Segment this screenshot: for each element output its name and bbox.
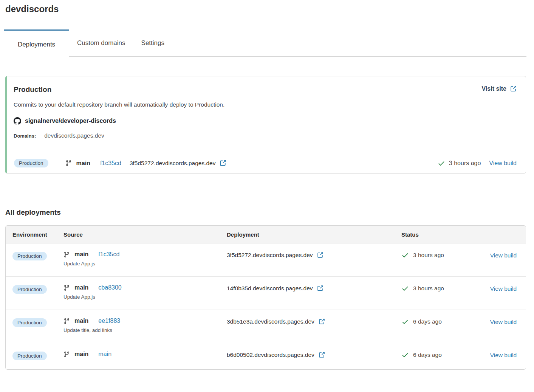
repository-link[interactable]: signalnerve/developer-discords [14,117,116,125]
deployment-url-link[interactable]: 3f5d5272.devdiscords.pages.dev [130,160,227,167]
tab-settings[interactable]: Settings [133,39,172,47]
environment-badge: Production [14,159,48,167]
table-row: Production main cba8300 Update App.js 14… [6,276,526,310]
page-title: devdiscords [5,4,534,14]
deployment-url: 3f5d5272.devdiscords.pages.dev [227,252,313,259]
deployment-url-link[interactable]: b6d00502.devdiscords.pages.dev [227,352,401,358]
all-deployments-title: All deployments [5,208,534,217]
deployment-url: b6d00502.devdiscords.pages.dev [227,352,314,358]
environment-badge: Production [12,352,47,360]
branch-name: main [74,251,88,258]
external-link-icon [318,352,325,358]
success-check-icon [401,351,409,359]
repository-name: signalnerve/developer-discords [25,118,116,124]
external-link-icon [510,85,517,92]
external-link-icon [318,318,325,325]
commit-message: Update title, add links [63,327,227,333]
branch-name: main [74,318,88,324]
commit-link[interactable]: main [98,351,111,358]
external-link-icon [219,160,226,167]
success-check-icon [438,160,445,167]
domains-label: Domains: [14,133,36,139]
domains-row: Domains: devdiscords.pages.dev [14,132,517,139]
tab-settings-label: Settings [141,39,164,46]
environment-badge: Production [12,318,47,327]
production-card-body: Production Visit site Commits to your de… [7,76,526,153]
table-row: Production main main b6d00502.devdiscord… [6,343,526,369]
git-branch-icon [63,318,70,324]
commit-link[interactable]: cba8300 [98,284,121,291]
git-branch-icon [63,285,70,291]
environment-badge: Production [12,285,47,294]
column-header-status: Status [401,231,484,238]
visit-site-label: Visit site [481,85,506,92]
production-deployment-row: Production main f1c35cd 3f5d5272.devdisc… [7,153,526,173]
commit-link[interactable]: ee1f883 [98,318,120,324]
view-build-link[interactable]: View build [490,319,517,325]
github-icon [14,117,21,125]
branch-name: main [74,351,88,358]
column-header-environment: Environment [12,231,63,238]
external-link-icon [317,252,323,259]
deployment-url: 14f0b35d.devdiscords.pages.dev [227,285,313,292]
deployments-table: Environment Source Deployment Status Pro… [5,225,526,370]
view-build-link[interactable]: View build [490,352,517,358]
table-row: Production main ee1f883 Update title, ad… [6,310,526,343]
git-branch-icon [63,251,70,258]
production-title: Production [14,85,51,94]
tab-bar-rest: Custom domains Settings [69,29,526,57]
deployment-time: 3 hours ago [449,160,481,167]
success-check-icon [401,251,409,259]
deployment-url: 3f5d5272.devdiscords.pages.dev [130,160,216,167]
deployment-time: 3 hours ago [413,252,444,259]
branch-name: main [76,160,90,167]
table-header-row: Environment Source Deployment Status [6,226,526,243]
branch-name: main [74,284,88,291]
table-row: Production main f1c35cd Update App.js 3f… [6,243,526,276]
commit-message: Update App.js [63,261,227,266]
deployment-url-link[interactable]: 3db51e3a.devdiscords.pages.dev [227,318,401,325]
commit-link[interactable]: f1c35cd [100,160,121,167]
commit-link[interactable]: f1c35cd [98,251,119,258]
deployment-time: 6 days ago [413,318,442,325]
page: devdiscords Deployments Custom domains S… [0,4,534,370]
view-build-link[interactable]: View build [490,285,517,292]
view-build-link[interactable]: View build [490,252,517,259]
deployment-url-link[interactable]: 3f5d5272.devdiscords.pages.dev [227,252,401,259]
deployment-url: 3db51e3a.devdiscords.pages.dev [227,318,314,325]
production-description: Commits to your default repository branc… [14,101,517,108]
tab-bar: Deployments Custom domains Settings [0,29,534,58]
visit-site-link[interactable]: Visit site [481,85,517,92]
column-header-source: Source [63,231,227,238]
success-check-icon [401,318,409,325]
tab-deployments-label: Deployments [18,41,55,48]
tab-custom-domains-label: Custom domains [77,39,125,46]
external-link-icon [317,285,323,292]
tab-deployments[interactable]: Deployments [4,29,69,58]
tab-custom-domains[interactable]: Custom domains [69,39,133,47]
git-branch-icon [65,160,72,166]
environment-badge: Production [12,252,47,260]
domains-value: devdiscords.pages.dev [44,132,104,139]
deployment-time: 3 hours ago [413,285,444,292]
deployment-time: 6 days ago [413,352,442,358]
git-branch-icon [63,351,70,358]
commit-message: Update App.js [63,294,227,300]
production-card: Production Visit site Commits to your de… [5,76,526,174]
column-header-deployment: Deployment [227,231,401,238]
deployment-url-link[interactable]: 14f0b35d.devdiscords.pages.dev [227,285,401,292]
success-check-icon [401,285,409,292]
view-build-link[interactable]: View build [489,160,517,167]
